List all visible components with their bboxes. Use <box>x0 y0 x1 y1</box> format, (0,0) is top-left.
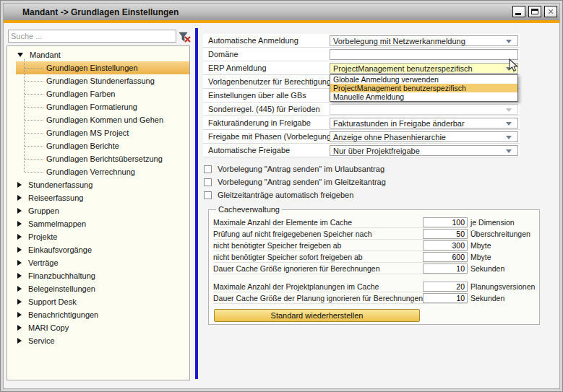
navigation-tree: Mandant Grundlagen Einstellungen Grundla… <box>7 45 190 380</box>
cache-row-sofort-freigeben: nicht benötigter Speicher sofort freigeb… <box>213 251 535 263</box>
row-automatische-anmeldung: Automatische Anmeldung Vorbelegung mit N… <box>203 34 520 48</box>
sonderregel-combo[interactable] <box>330 104 518 115</box>
window-controls: ✕ <box>512 6 557 17</box>
close-button[interactable]: ✕ <box>544 6 557 17</box>
freigabe-phasen-combo[interactable]: Anzeige ohne Phasenhierarchie <box>330 131 518 142</box>
speicher-sofort-freigeben-field[interactable] <box>423 252 468 262</box>
chevron-right-icon[interactable] <box>17 182 22 188</box>
cacheverwaltung-legend: Cacheverwaltung <box>216 205 282 214</box>
automatische-anmeldung-combo[interactable]: Vorbelegung mit Netzwerkanmeldung <box>330 35 518 46</box>
max-projektplanungen-field[interactable] <box>423 282 468 292</box>
tree-guide <box>25 81 43 82</box>
standard-wiederherstellen-button[interactable]: Standard wiederherstellen <box>214 309 420 322</box>
accent-line <box>4 20 559 23</box>
chevron-down-icon <box>506 122 512 126</box>
tree-item-grundlagen-stundenerfassung[interactable]: Grundlagen Stundenerfassung <box>7 74 189 87</box>
chevron-right-icon[interactable] <box>17 286 22 292</box>
pruefung-speicher-field[interactable] <box>423 229 468 239</box>
chevron-right-icon[interactable] <box>17 247 22 253</box>
tree-item-vertraege[interactable]: Verträge <box>7 256 189 269</box>
dauer-planung-field[interactable] <box>423 293 468 303</box>
tree-item-benachrichtigungen[interactable]: Benachrichtigungen <box>7 308 189 321</box>
tree-item-grundlagen-formatierung[interactable]: Grundlagen Formatierung <box>7 100 189 113</box>
cache-row-dauer-planung: Dauer Cache Größe der Planung ignorieren… <box>213 292 535 304</box>
tree-item-grundlagen-einstellungen[interactable]: Grundlagen Einstellungen <box>16 61 189 74</box>
dropdown-option-projectmanagement[interactable]: ProjectManagement benutzerspezifisch <box>330 84 517 92</box>
panel-divider <box>195 28 198 379</box>
chevron-right-icon[interactable] <box>17 221 22 227</box>
chevron-down-icon <box>506 136 512 139</box>
row-domaene: Domäne <box>203 48 520 61</box>
chevron-down-icon[interactable] <box>17 53 23 57</box>
automatische-freigabe-combo[interactable]: Nur über Projektfreigabe <box>330 145 518 156</box>
tree-guide <box>25 68 43 69</box>
tree-item-belegeinstellungen[interactable]: Belegeinstellungen <box>7 282 189 295</box>
gleitzeitantraege-auto-checkbox[interactable] <box>204 191 212 199</box>
cache-row-projektplanungen: Maximale Anzahl der Projektplanungen im … <box>213 281 535 292</box>
close-icon: ✕ <box>545 6 556 17</box>
tree-item-grundlagen-berichtsuebersetzung[interactable]: Grundlagen Berichtsübersetzung <box>7 152 189 165</box>
tree-item-grundlagen-farben[interactable]: Grundlagen Farben <box>7 87 189 100</box>
checkbox-row-urlaubsantrag: Vorbelegung "Antrag senden" im Urlaubsan… <box>204 164 384 174</box>
tree-item-grundlagen-berichte[interactable]: Grundlagen Berichte <box>7 139 189 152</box>
filter-clear-icon <box>179 31 192 43</box>
restore-button[interactable] <box>528 6 541 17</box>
minimize-icon <box>515 13 521 15</box>
cache-row-freigeben-ab: nicht benötigter Speicher freigeben ab M… <box>213 240 535 251</box>
cache-row-pruefung: Prüfung auf nicht freigegebenen Speicher… <box>213 228 535 240</box>
row-erp-anmeldung: ERP Anmeldung ProjectManagement benutzer… <box>203 61 520 75</box>
tree-item-reiseerfassung[interactable]: Reiseerfassung <box>7 191 189 204</box>
title-bar: Mandant -> Grundlagen Einstellungen <box>4 4 559 20</box>
dropdown-option-manuelle-anmeldung[interactable]: Manuelle Anmeldung <box>330 92 517 101</box>
tree-guide-line <box>24 59 25 172</box>
max-elemente-field[interactable] <box>423 217 468 227</box>
tree-item-grundlagen-verrechnung[interactable]: Grundlagen Verrechnung <box>7 165 189 178</box>
speicher-freigeben-field[interactable] <box>423 240 468 251</box>
chevron-right-icon[interactable] <box>17 299 22 305</box>
tree-item-mari-copy[interactable]: MARI Copy <box>7 321 189 334</box>
tree-guide <box>25 146 43 147</box>
search-input[interactable] <box>8 30 176 43</box>
chevron-right-icon[interactable] <box>17 260 22 266</box>
chevron-right-icon[interactable] <box>17 312 22 318</box>
tree-item-grundlagen-ms-project[interactable]: Grundlagen MS Project <box>7 126 189 139</box>
tree-item-service[interactable]: Service <box>7 334 189 347</box>
urlaubsantrag-checkbox[interactable] <box>204 165 212 173</box>
tree-guide <box>25 94 43 95</box>
chevron-right-icon[interactable] <box>17 195 22 201</box>
clear-filter-button[interactable] <box>179 31 192 43</box>
tree-item-sammelmappen[interactable]: Sammelmappen <box>7 217 189 230</box>
chevron-right-icon[interactable] <box>17 234 22 240</box>
tree-item-support-desk[interactable]: Support Desk <box>7 295 189 308</box>
checkbox-label: Vorbelegung "Antrag senden" im Urlaubsan… <box>218 165 384 173</box>
domaene-field[interactable] <box>330 49 518 60</box>
row-sonderregel: Sonderregel. (445) für Perioden <box>203 103 520 116</box>
tree-item-einkaufsvorgaenge[interactable]: Einkaufsvorgänge <box>7 243 189 256</box>
chevron-right-icon[interactable] <box>17 325 22 331</box>
tree-item-gruppen[interactable]: Gruppen <box>7 204 189 217</box>
dropdown-option-globale-anmeldung[interactable]: Globale Anmeldung verwenden <box>330 75 517 84</box>
row-fakturaaenderung: Fakturaänderung in Freigabe Fakturastund… <box>203 116 520 130</box>
checkbox-row-gleitzeitantraege-auto: Gleitzeitanträge automatisch freigeben <box>204 190 353 200</box>
chevron-right-icon[interactable] <box>17 273 22 279</box>
tree-item-finanzbuchhaltung[interactable]: Finanzbuchhaltung <box>7 269 189 282</box>
tree-item-projekte[interactable]: Projekte <box>7 230 189 243</box>
tree-item-mandant[interactable]: Mandant <box>7 48 189 61</box>
minimize-button[interactable] <box>512 6 525 17</box>
tree-item-grundlagen-kommen-und-gehen[interactable]: Grundlagen Kommen und Gehen <box>7 113 189 126</box>
dauer-ignorieren-field[interactable] <box>423 263 468 274</box>
chevron-right-icon[interactable] <box>17 208 22 214</box>
tree-item-stundenerfassung[interactable]: Stundenerfassung <box>7 178 189 191</box>
erp-anmeldung-dropdown: Globale Anmeldung verwenden ProjectManag… <box>330 74 518 102</box>
checkbox-label: Gleitzeitanträge automatisch freigeben <box>218 191 353 199</box>
erp-anmeldung-combo[interactable]: ProjectManagement benutzerspezifisch <box>330 63 518 74</box>
chevron-right-icon[interactable] <box>17 338 22 344</box>
tree-guide <box>25 172 43 173</box>
fakturaaenderung-combo[interactable]: Fakturastunden in Freigabe änderbar <box>330 118 518 129</box>
mouse-cursor <box>509 58 519 75</box>
tree-guide <box>25 159 43 160</box>
gleitzeitantrag-checkbox[interactable] <box>204 178 212 186</box>
checkbox-label: Vorbelegung "Antrag senden" im Gleitzeit… <box>218 178 386 186</box>
cache-row-elemente: Maximale Anzahl der Elemente im Cache je… <box>213 217 535 228</box>
chevron-down-icon <box>506 108 512 112</box>
